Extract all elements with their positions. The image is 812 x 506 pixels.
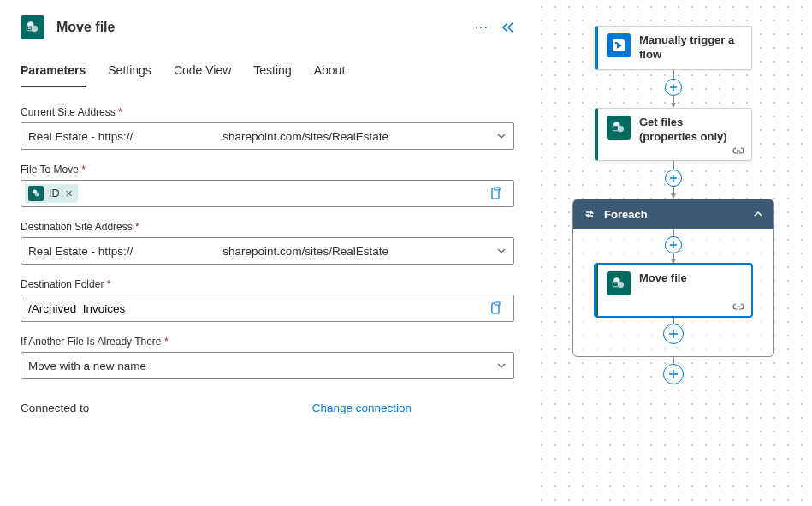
open-picker-icon[interactable] — [483, 187, 510, 200]
trigger-icon — [607, 33, 631, 57]
connection-badge-icon — [732, 146, 744, 155]
connected-to-label: Connected to — [21, 402, 89, 414]
add-step-button[interactable] — [665, 170, 682, 187]
input-current-site[interactable]: Real Estate - https:// sharepoint.com/si… — [21, 122, 514, 150]
foreach-title: Foreach — [604, 208, 648, 221]
remove-token-icon[interactable]: ✕ — [65, 188, 73, 199]
input-if-exists[interactable]: Move with a new name — [21, 352, 514, 379]
input-file-to-move[interactable]: ID ✕ — [21, 180, 514, 207]
foreach-header[interactable]: Foreach — [573, 199, 773, 229]
add-step-button[interactable] — [665, 79, 682, 96]
open-picker-icon[interactable] — [483, 301, 510, 315]
svg-rect-14 — [613, 126, 618, 131]
arrow-down-icon: ▼ — [669, 103, 678, 108]
properties-panel: S Move file ··· Parameters Settings Code… — [0, 0, 535, 506]
value-dest-site: Real Estate - https:// sharepoint.com/si… — [28, 245, 388, 258]
node-title: Move file — [639, 271, 687, 286]
arrow-down-icon: ▼ — [669, 259, 678, 264]
loop-icon — [584, 208, 596, 220]
flow-connector: ▼ — [665, 161, 682, 199]
sharepoint-icon — [607, 271, 631, 295]
collapse-icon[interactable] — [753, 209, 763, 219]
sharepoint-icon — [28, 186, 44, 201]
tabs: Parameters Settings Code View Testing Ab… — [21, 63, 514, 87]
add-step-button[interactable] — [665, 236, 682, 253]
flow-canvas[interactable]: Manually trigger a flow ▼ Get files (pro… — [535, 0, 812, 506]
svg-rect-17 — [613, 282, 618, 287]
chevron-down-icon — [496, 246, 507, 256]
label-file-to-move: File To Move * — [21, 164, 514, 176]
sharepoint-icon: S — [21, 15, 44, 39]
connection-badge-icon — [732, 302, 744, 311]
add-step-button[interactable] — [663, 324, 684, 344]
svg-rect-9 — [495, 302, 500, 305]
tab-code-view[interactable]: Code View — [174, 63, 231, 87]
token-text: ID — [49, 188, 60, 199]
chevron-down-icon — [496, 131, 507, 141]
node-title: Get files (properties only) — [639, 116, 743, 145]
value-dest-folder: /Archived Invoices — [25, 302, 125, 315]
arrow-down-icon: ▼ — [669, 193, 678, 199]
flow-connector — [663, 317, 684, 344]
node-get-files[interactable]: Get files (properties only) — [595, 108, 752, 161]
node-move-file[interactable]: Move file — [595, 264, 752, 317]
node-foreach[interactable]: Foreach ▼ Move file — [572, 199, 774, 357]
sharepoint-icon — [607, 116, 631, 140]
input-dest-folder[interactable]: /Archived Invoices — [21, 295, 514, 322]
flow-connector: ▼ — [665, 70, 682, 108]
label-if-exists: If Another File Is Already There * — [21, 336, 514, 348]
svg-point-11 — [615, 42, 618, 45]
svg-text:S: S — [28, 26, 31, 30]
label-dest-folder: Destination Folder * — [21, 278, 514, 290]
flow-connector — [663, 357, 684, 384]
svg-point-5 — [35, 193, 39, 197]
node-title: Manually trigger a flow — [639, 33, 743, 63]
panel-title: Move file — [56, 20, 115, 35]
label-current-site: Current Site Address * — [21, 106, 514, 118]
add-step-button[interactable] — [663, 364, 684, 384]
node-manual-trigger[interactable]: Manually trigger a flow — [595, 26, 752, 70]
tab-parameters[interactable]: Parameters — [21, 63, 86, 87]
label-dest-site: Destination Site Address * — [21, 221, 514, 233]
dynamic-token-id[interactable]: ID ✕ — [25, 184, 78, 203]
form: Current Site Address * Real Estate - htt… — [21, 106, 514, 414]
tab-about[interactable]: About — [314, 63, 346, 87]
panel-header: S Move file ··· — [21, 15, 514, 39]
svg-rect-7 — [495, 188, 500, 190]
change-connection-link[interactable]: Change connection — [312, 402, 412, 414]
flow-connector: ▼ — [665, 229, 682, 264]
value-if-exists: Move with a new name — [28, 360, 146, 372]
collapse-panel-icon[interactable] — [501, 21, 514, 33]
tab-testing[interactable]: Testing — [253, 63, 291, 87]
input-dest-site[interactable]: Real Estate - https:// sharepoint.com/si… — [21, 237, 514, 265]
value-current-site: Real Estate - https:// sharepoint.com/si… — [28, 130, 388, 143]
tab-settings[interactable]: Settings — [108, 63, 151, 87]
chevron-down-icon — [496, 360, 507, 371]
more-menu-icon[interactable]: ··· — [475, 20, 489, 35]
